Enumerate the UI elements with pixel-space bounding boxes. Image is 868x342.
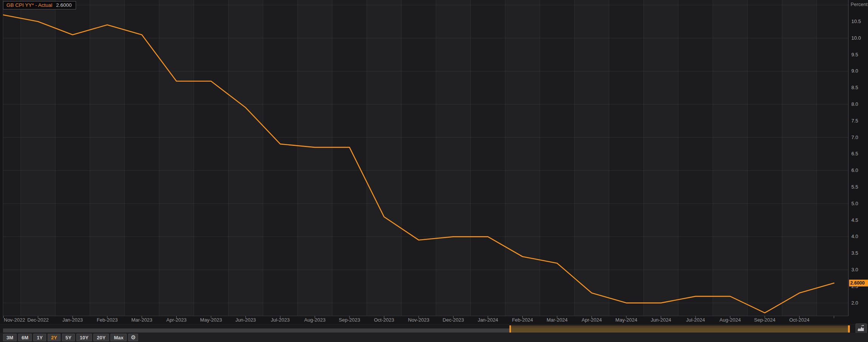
x-axis-tick-label: Jan-2023 (62, 317, 83, 323)
y-axis-tick-label: 3.5 (851, 250, 868, 256)
y-axis-tick-label: 9.0 (851, 68, 868, 74)
x-axis-tick-label: Jul-2023 (271, 317, 290, 323)
series-name-label: GB CPI YY* - Actual (6, 2, 52, 8)
range-button-5y[interactable]: 5Y (62, 334, 75, 341)
series-value-label: 2.6000 (56, 2, 71, 8)
x-axis-tick-label: Jan-2024 (478, 317, 498, 323)
x-axis-tick-label: Jul-2024 (686, 317, 705, 323)
month-band (713, 0, 748, 316)
x-axis-tick-label: Apr-2023 (166, 317, 186, 323)
x-axis-tick-label: Feb-2024 (512, 317, 533, 323)
y-axis-tick-label: 4.5 (851, 217, 868, 223)
range-button-2y[interactable]: 2Y (48, 334, 61, 341)
month-band (782, 0, 817, 316)
x-axis-tick-label: Jun-2023 (235, 317, 256, 323)
scrollbar-track[interactable] (3, 328, 509, 333)
current-value-badge: 2.6000 (849, 280, 868, 286)
x-axis-tick-label: Oct-2023 (374, 317, 394, 323)
x-axis-tick-label: Jun-2024 (651, 317, 671, 323)
y-axis-tick-label: 5.0 (851, 201, 868, 206)
month-band (21, 0, 56, 316)
time-scrollbar[interactable] (0, 324, 868, 333)
scrollbar-selected-range[interactable] (509, 325, 850, 333)
y-axis-tick-label: 8.0 (851, 101, 868, 107)
month-band (228, 0, 263, 316)
x-axis-tick-label: Aug-2024 (719, 317, 741, 323)
range-button-6m[interactable]: 6M (18, 334, 32, 341)
x-axis-tick-label: Feb-2023 (97, 317, 118, 323)
month-band (159, 0, 194, 316)
month-band (298, 0, 332, 316)
y-axis-tick-label: 5.5 (851, 184, 868, 190)
month-band (644, 0, 679, 316)
y-axis-tick-label: 10.5 (851, 19, 868, 24)
month-band (575, 0, 609, 316)
cpi-line-chart-plot[interactable] (0, 0, 868, 321)
x-axis-tick-label: Dec-2022 (27, 317, 48, 323)
settings-button[interactable]: ⚙ (128, 334, 138, 341)
y-axis-tick-label: 7.5 (851, 118, 868, 124)
x-axis-tick-label: Oct-2024 (789, 317, 809, 323)
range-button-group: 3M6M1Y2Y5Y10Y20YMax (3, 334, 128, 341)
x-axis-tick-label: Nov-2023 (408, 317, 429, 323)
y-axis-unit-label: Percent (851, 2, 868, 7)
x-axis-tick-label: Mar-2023 (131, 317, 152, 323)
month-band (90, 0, 125, 316)
range-button-1y[interactable]: 1Y (33, 334, 46, 341)
y-axis-tick-label: 6.0 (851, 167, 868, 173)
x-axis-tick-label: May-2024 (615, 317, 637, 323)
x-axis-tick-label: Sep-2024 (754, 317, 775, 323)
month-band (505, 0, 540, 316)
x-axis-tick-label: Mar-2024 (547, 317, 568, 323)
x-axis-tick-label: May-2023 (200, 317, 222, 323)
live-chart-icon (857, 325, 865, 332)
month-band (367, 0, 402, 316)
y-axis-tick-label: 2.0 (851, 300, 868, 306)
x-axis-tick-label: Nov-2022 (4, 317, 25, 323)
y-axis-tick-label: 7.0 (851, 135, 868, 140)
x-axis-tick-label: Aug-2023 (304, 317, 325, 323)
y-axis-tick-label: 8.5 (851, 85, 868, 90)
chart-window: GB CPI YY* - Actual2.6000 Percent 10.510… (0, 0, 868, 342)
scrollbar-right-handle[interactable] (848, 325, 850, 333)
gear-icon: ⚙ (131, 334, 136, 340)
x-axis-tick-label: Apr-2024 (582, 317, 602, 323)
legend-box[interactable]: GB CPI YY* - Actual2.6000 (3, 1, 76, 9)
y-axis-tick-label: 4.0 (851, 234, 868, 239)
month-band (436, 0, 471, 316)
range-button-3m[interactable]: 3M (3, 334, 17, 341)
x-axis-tick-label: Dec-2023 (443, 317, 464, 323)
range-toolbar: 3M6M1Y2Y5Y10Y20YMax ⚙ (0, 333, 868, 342)
y-axis-tick-label: 10.0 (851, 35, 868, 41)
y-axis-tick-label: 9.5 (851, 52, 868, 57)
scrollbar-left-handle[interactable] (509, 325, 511, 333)
range-button-20y[interactable]: 20Y (93, 334, 109, 341)
y-axis-tick-label: 3.0 (851, 267, 868, 272)
range-button-max[interactable]: Max (110, 334, 127, 341)
y-axis-tick-label: 6.5 (851, 151, 868, 156)
x-axis-tick-label: Sep-2023 (339, 317, 360, 323)
track-latest-data-button[interactable] (856, 323, 867, 333)
range-button-10y[interactable]: 10Y (76, 334, 92, 341)
